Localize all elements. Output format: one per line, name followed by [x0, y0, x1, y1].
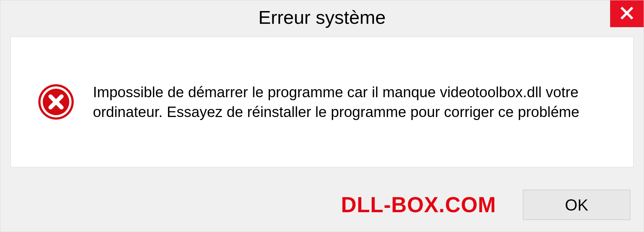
- content-box: Impossible de démarrer le programme car …: [10, 37, 634, 167]
- titlebar: Erreur système: [0, 0, 644, 34]
- error-dialog: Erreur système Impossible de démarrer le…: [0, 0, 644, 232]
- dialog-footer: DLL-BOX.COM OK: [0, 178, 644, 232]
- brand-label: DLL-BOX.COM: [341, 192, 496, 217]
- close-button[interactable]: [610, 0, 644, 27]
- error-message: Impossible de démarrer le programme car …: [93, 82, 613, 122]
- ok-button[interactable]: OK: [523, 190, 630, 220]
- dialog-title: Erreur système: [258, 6, 386, 28]
- close-icon: [620, 6, 634, 21]
- error-icon: [38, 83, 74, 120]
